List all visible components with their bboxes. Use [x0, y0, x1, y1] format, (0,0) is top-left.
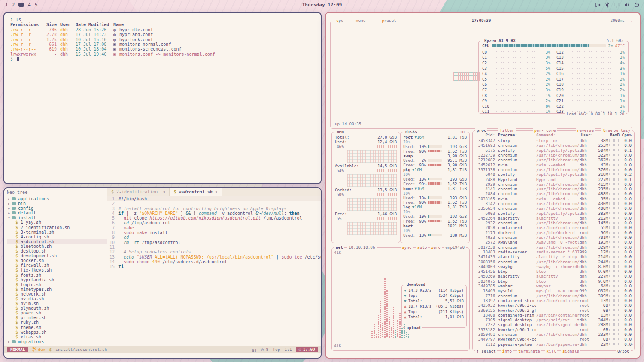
proc-column-header[interactable]: Command:: [536, 133, 581, 137]
proc-option-filter[interactable]: filter: [498, 128, 516, 133]
process-row[interactable]: 18483redis-serverredis-server *:63799912…: [475, 250, 632, 254]
tab-asdcontrol-sh[interactable]: $asdcontrol.sh×: [170, 188, 222, 196]
btop-menu-button[interactable]: menu: [355, 18, 367, 23]
process-row[interactable]: 3451439alacrittyalacritty -e btopdhh214M…: [475, 254, 632, 259]
process-row[interactable]: 3449803swaybgswaybg -i /home/dhdhh8.0M0.…: [475, 264, 632, 269]
tree-item-install[interactable]: ▾install: [7, 215, 107, 220]
process-row[interactable]: 3452612nvimnvim --embed .dhh43M0.0: [475, 162, 632, 167]
process-row[interactable]: 6040spotify/opt/spotify/spotidhh319M0.2: [475, 172, 632, 177]
io-mode-toggle[interactable]: io: [459, 129, 466, 134]
btop-window[interactable]: 17:09:30 2000ms Ryzen AI 9 HX 5.1 GHz CP…: [325, 12, 641, 359]
net-option-zero[interactable]: zero: [430, 245, 442, 250]
tab-2-identification-[interactable]: $2-identification…×: [107, 188, 170, 196]
workspace-active[interactable]: [18, 3, 24, 7]
process-row[interactable]: 6003spotify/opt/spotify/spotidhh383M0.0: [475, 211, 632, 215]
display-icon[interactable]: [614, 2, 620, 8]
net-option-sync[interactable]: sync: [401, 245, 413, 250]
process-row[interactable]: 18397containerd-shim/usr/bin/containerro…: [475, 298, 632, 303]
btop-preset-button[interactable]: preset: [380, 18, 398, 23]
footer-signals-button[interactable]: signals: [561, 349, 580, 353]
process-row[interactable]: 3356654chromium/usr/lib/chromium/dhh400M…: [475, 206, 632, 211]
tree-item-webapps.sh[interactable]: $webapps.sh: [7, 330, 107, 335]
tree-item-docker.sh[interactable]: $docker.sh: [7, 258, 107, 263]
process-row[interactable]: 2929chromium/usr/lib/chromium/dhh415M0.0: [475, 182, 632, 187]
process-row[interactable]: 3017238chromium/usr/lib/chromium/dhh329M…: [475, 245, 632, 250]
process-row[interactable]: 3360155kworker/u96:2-gfroot0B0.0: [475, 308, 632, 312]
proc-option-tree[interactable]: tree: [601, 128, 614, 133]
workspace-1[interactable]: 1: [5, 2, 8, 8]
tree-item-firewall.sh[interactable]: $firewall.sh: [7, 263, 107, 268]
process-row[interactable]: 18408containerd-shim/usr/bin/containerro…: [475, 313, 632, 317]
process-row[interactable]: 3425932kworker/u96:3-coroot0B0.0: [475, 303, 632, 308]
tree-item-xtras.sh[interactable]: $xtras.sh: [7, 335, 107, 339]
proc-column-header[interactable]: Pid:: [475, 133, 495, 137]
process-row[interactable]: 2572XwaylandXwayland :0 -rootldhh193M0.0: [475, 240, 632, 244]
tree-item-fonts.sh[interactable]: $fonts.sh: [7, 273, 107, 278]
net-interface[interactable]: enp194s0: [444, 245, 466, 250]
process-row[interactable]: 3034075btopbtopdhh9.0M0.0: [475, 279, 632, 284]
process-row[interactable]: 4141chromium/usr/lib/chromium/dhh235M0.0: [475, 187, 632, 191]
proc-column-header[interactable]: User:: [581, 133, 595, 137]
process-row[interactable]: 3033165nvimnvim --embed .dhh95M0.0: [475, 196, 632, 201]
tree-item-fix-fkeys.sh[interactable]: $fix-fkeys.sh: [7, 268, 107, 272]
proc-option-reverse[interactable]: reverse: [576, 128, 595, 133]
tree-item-ruby.sh[interactable]: $ruby.sh: [7, 320, 107, 325]
tree-item-applications[interactable]: ▸applications: [7, 196, 107, 201]
process-row[interactable]: 3371538chromium/usr/lib/chromium/dhh370M…: [475, 167, 632, 172]
process-row[interactable]: 3232739chromium/usr/lib/chromium/dhh322M…: [475, 153, 632, 157]
tree-item-power.sh[interactable]: $power.sh: [7, 311, 107, 315]
tree-item-bluetooth.sh[interactable]: $bluetooth.sh: [7, 244, 107, 249]
process-row[interactable]: 3008356chromium/usr/lib/chromium/dhh244M…: [475, 259, 632, 264]
tree-item-4-config.sh[interactable]: $4-config.sh: [7, 235, 107, 239]
process-row[interactable]: 4033chromium/usr/lib/chromium/dhh701M0.0: [475, 235, 632, 240]
tree-item-mimetypes.sh[interactable]: $mimetypes.sh: [7, 287, 107, 292]
process-row[interactable]: 2058containerd/usr/bin/containerroot55M0…: [475, 225, 632, 230]
process-row[interactable]: 3142chromium/usr/lib/chromium/dhh430M0.0: [475, 201, 632, 206]
update-interval[interactable]: 2000ms: [609, 18, 626, 23]
tree-item-theme.sh[interactable]: $theme.sh: [7, 325, 107, 330]
process-row[interactable]: 2175dockerd/usr/bin/dockerd -root96M0.0: [475, 230, 632, 235]
workspace-switcher[interactable]: 1245: [5, 2, 38, 8]
bluetooth-icon[interactable]: [605, 2, 609, 8]
process-row[interactable]: 3050491chromium/usr/lib/chromium/dhh233M…: [475, 332, 632, 337]
workspace-2[interactable]: 2: [12, 2, 15, 8]
process-row[interactable]: 3452264alacrittyalacrittydhh212M0.0: [475, 216, 632, 220]
volume-icon[interactable]: [624, 2, 630, 8]
process-row[interactable]: 2112pipewire-pulse/usr/bin/pipewire-dhh2…: [475, 341, 632, 346]
footer-info-button[interactable]: info: [501, 349, 513, 353]
tree-item-default[interactable]: ▸default: [7, 211, 107, 215]
process-row[interactable]: 3373182kworker/u96:1-coroot0B0.0: [475, 327, 632, 332]
process-row[interactable]: 3212682chromium/usr/lib/chromium/dhh362M…: [475, 157, 632, 162]
footer-terminate-button[interactable]: terminate: [517, 349, 541, 353]
proc-column-header[interactable]: Program:: [495, 133, 536, 137]
process-row[interactable]: 3449797kworker/u96:4-coroot0B0.0: [475, 337, 632, 341]
scroll-down-indicator[interactable]: ↓: [631, 341, 633, 346]
power-icon[interactable]: [634, 2, 640, 8]
process-row[interactable]: 7305signal-desktop/proc/self/exe --tdhh3…: [475, 317, 632, 322]
process-row[interactable]: 3450269alacrittyalacrittydhh227M0.0: [475, 274, 632, 278]
process-row[interactable]: 18469mysqldmysqld --max-conne999632M0.0: [475, 288, 632, 293]
proc-option-percore[interactable]: per- core: [533, 128, 557, 133]
process-row[interactable]: 2932chromium/usr/lib/chromium/dhh145M0.0: [475, 220, 632, 225]
tree-item-2-identification.sh[interactable]: $2-identification.sh: [7, 225, 107, 230]
close-icon[interactable]: ×: [163, 190, 165, 194]
tree-item-login.sh[interactable]: $login.sh: [7, 282, 107, 287]
process-row[interactable]: 6175spotify/opt/spotify/spotidhh504M0.1: [475, 148, 632, 153]
tree-item-plymouth.sh[interactable]: $plymouth.sh: [7, 306, 107, 311]
tree-item-config[interactable]: ▸config: [7, 206, 107, 211]
process-row[interactable]: 3451693chromium/usr/lib/chromium/dhh253M…: [475, 143, 632, 148]
tree-item-bin[interactable]: ▸bin: [7, 201, 107, 206]
tree-item-1-yay.sh[interactable]: $1-yay.sh: [7, 220, 107, 225]
process-row[interactable]: 7232signal-desktop/usr/lib/signal-dedhh2…: [475, 322, 632, 327]
logout-icon[interactable]: [595, 2, 601, 8]
tree-item-printer.sh[interactable]: $printer.sh: [7, 315, 107, 320]
tree-item-development.sh[interactable]: $development.sh: [7, 253, 107, 258]
btop-cpu-button[interactable]: cpu: [335, 18, 345, 23]
tree-item-network.sh[interactable]: $network.sh: [7, 292, 107, 296]
neovim-window[interactable]: Neo-tree ▸applications▸bin▸config▸defaul…: [3, 187, 322, 359]
terminal-window[interactable]: ❯ls PermissionsSizeUserDate ModifiedName…: [3, 12, 322, 184]
net-option-auto[interactable]: auto: [416, 245, 428, 250]
close-icon[interactable]: ×: [215, 190, 218, 194]
tree-item-3-terminal.sh[interactable]: $3-terminal.sh: [7, 230, 107, 235]
tree-item-desktop.sh[interactable]: $desktop.sh: [7, 249, 107, 253]
